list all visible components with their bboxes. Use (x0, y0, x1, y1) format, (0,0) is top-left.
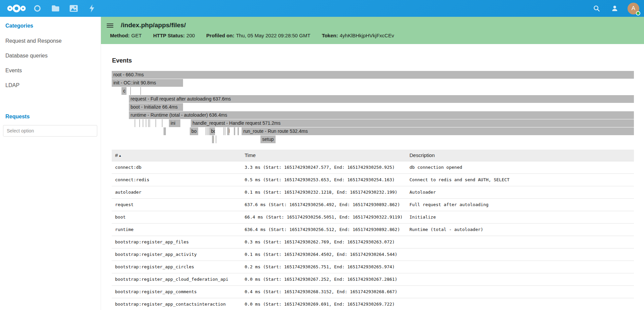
event-name-cell: connect:db (112, 161, 241, 173)
waterfall-row: boot - Initialize 66.4ms (112, 103, 634, 111)
waterfall-bar-label: l (214, 137, 214, 142)
sort-ascending-icon: ▲ (118, 154, 121, 157)
waterfall-bar-label: request - Full request after autoloading… (131, 96, 231, 102)
sidebar: Categories Request and Response Database… (0, 17, 101, 310)
event-name-cell: bootstrap:register_app_contactsinteracti… (112, 298, 241, 310)
event-name-cell: bootstrap:register_app_activity (112, 248, 241, 261)
waterfall-tick (130, 87, 131, 95)
waterfall-bar: l (212, 135, 214, 143)
table-row: autoloader0.1 ms (Start: 1651742930232.1… (112, 186, 634, 198)
waterfall-row: c (112, 87, 634, 95)
waterfall-bar: c (121, 87, 127, 95)
sidebar-item-request-and-response[interactable]: Request and Response (0, 34, 101, 48)
event-time-cell: 0.4 ms (Start: 1651742930268.3152, End: … (241, 285, 406, 298)
contacts-icon (611, 5, 618, 12)
ring-icon (33, 4, 41, 12)
request-select-placeholder: Select option (7, 128, 34, 133)
avatar-letter: A (632, 5, 635, 12)
table-row: request637.6 ms (Start: 1651742930256.49… (112, 198, 634, 211)
waterfall-row: request - Full request after autoloading… (112, 95, 634, 103)
event-name-cell: boot (112, 211, 241, 223)
request-meta: Method:GET HTTP Status:200 Profiled on:T… (110, 33, 639, 38)
event-name-cell: bootstrap:register_app_files (112, 236, 241, 248)
event-description-cell: db connection opened (406, 161, 634, 173)
event-description-cell: Autoloader (406, 186, 634, 198)
event-time-cell: 0.1 ms (Start: 1651742930264.4502, End: … (241, 248, 406, 261)
app-activity[interactable] (83, 0, 101, 17)
app-menu (5, 0, 101, 17)
waterfall-tick (140, 87, 141, 95)
table-row: connect:redis0.5 ms (Start: 165174293025… (112, 173, 634, 186)
column-header-description[interactable]: Description (406, 150, 634, 161)
avatar[interactable]: A (628, 3, 639, 14)
event-name-cell: connect:redis (112, 173, 241, 186)
event-time-cell: 0.0 ms (Start: 1651742930267.252, End: 1… (241, 273, 406, 285)
waterfall-tick (146, 119, 146, 127)
lightning-bolt-icon (88, 4, 95, 13)
menu-toggle-button[interactable] (107, 23, 113, 29)
column-header-time[interactable]: Time (241, 150, 406, 161)
waterfall-tick (164, 127, 166, 135)
waterfall-bar: ini (169, 119, 180, 127)
app-files[interactable] (46, 0, 65, 17)
waterfall-bar-label: root - 660.7ms (113, 72, 144, 77)
column-header-index[interactable]: #▲ (112, 150, 241, 161)
waterfall-bar: l (238, 127, 239, 135)
waterfall-bar-label: setup (262, 137, 274, 142)
waterfall-tick (149, 119, 150, 127)
sidebar-item-ldap[interactable]: LDAP (0, 78, 101, 93)
request-select[interactable]: Select option (3, 125, 97, 137)
meta-http-status: HTTP Status:200 (153, 33, 195, 38)
meta-profiled-on: Profiled on:Thu, 05 May 2022 09:28:50 GM… (206, 33, 310, 38)
waterfall-tick (143, 119, 143, 127)
waterfall-bar-label: init - OC::init 90.8ms (113, 80, 156, 85)
waterfall-row: runtime - Runtime (total - autoloader) 6… (112, 111, 634, 119)
nextcloud-logo-icon (7, 3, 26, 13)
event-time-cell: 637.6 ms (Start: 1651742930256.492, End:… (241, 198, 406, 211)
search-button[interactable] (590, 0, 603, 17)
waterfall-row: root - 660.7ms (112, 71, 634, 79)
event-description-cell (406, 248, 634, 261)
nextcloud-logo[interactable] (5, 0, 28, 17)
waterfall-bar-label: b (229, 128, 229, 134)
waterfall-bar-label: ini (171, 120, 175, 126)
events-heading: Events (112, 57, 634, 64)
event-description-cell (406, 273, 634, 285)
page-title: /index.php/apps/files/ (121, 22, 186, 29)
table-header-row: #▲TimeDescription (112, 150, 634, 161)
event-time-cell: 0.2 ms (Start: 1651742930265.751, End: 1… (241, 261, 406, 273)
event-time-cell: 66.4 ms (Start: 1651742930256.5051, End:… (241, 211, 406, 223)
waterfall-tick (162, 119, 163, 127)
table-row: bootstrap:register_app_circles0.2 ms (St… (112, 261, 634, 273)
requests-heading: Requests (0, 108, 101, 120)
waterfall-bar-label: bo (191, 128, 197, 134)
event-time-cell: 0.5 ms (Start: 1651742930253.653, End: 1… (241, 173, 406, 186)
waterfall-bar-label: run_route - Run route 532.4ms (243, 128, 308, 134)
event-description-cell: Connect to redis and send AUTH, SELECT (406, 173, 634, 186)
event-description-cell (406, 236, 634, 248)
waterfall-bar: boot - Initialize 66.4ms (129, 103, 183, 111)
waterfall-bar: request - Full request after autoloading… (129, 95, 634, 103)
app-dashboard[interactable] (28, 0, 46, 17)
table-row: bootstrap:register_app_activity0.1 ms (S… (112, 248, 634, 261)
event-name-cell: autoloader (112, 186, 241, 198)
waterfall-bar: bc (209, 127, 215, 135)
topbar-actions: A (590, 0, 639, 17)
sidebar-item-database-queries[interactable]: Database queries (0, 48, 101, 63)
waterfall-tick (225, 127, 225, 135)
table-row: connect:db3.3 ms (Start: 1651742930247.5… (112, 161, 634, 173)
sidebar-item-events[interactable]: Events (0, 63, 101, 78)
waterfall-tick (216, 135, 216, 143)
waterfall-row: lsetup (112, 135, 634, 144)
table-row: bootstrap:register_app_files0.3 ms (Star… (112, 236, 634, 248)
waterfall-bar-label: bc (211, 128, 215, 134)
meta-method: Method:GET (110, 33, 142, 38)
waterfall-bar: init - OC::init 90.8ms (112, 79, 183, 87)
waterfall-tick (223, 127, 224, 135)
app-photos[interactable] (65, 0, 83, 17)
waterfall-bar: run_route - Run route 532.4ms (242, 127, 634, 135)
event-description-cell (406, 298, 634, 310)
contacts-button[interactable] (608, 0, 621, 17)
table-row: bootstrap:register_app_contactsinteracti… (112, 298, 634, 310)
waterfall-bar: root - 660.7ms (112, 71, 634, 79)
